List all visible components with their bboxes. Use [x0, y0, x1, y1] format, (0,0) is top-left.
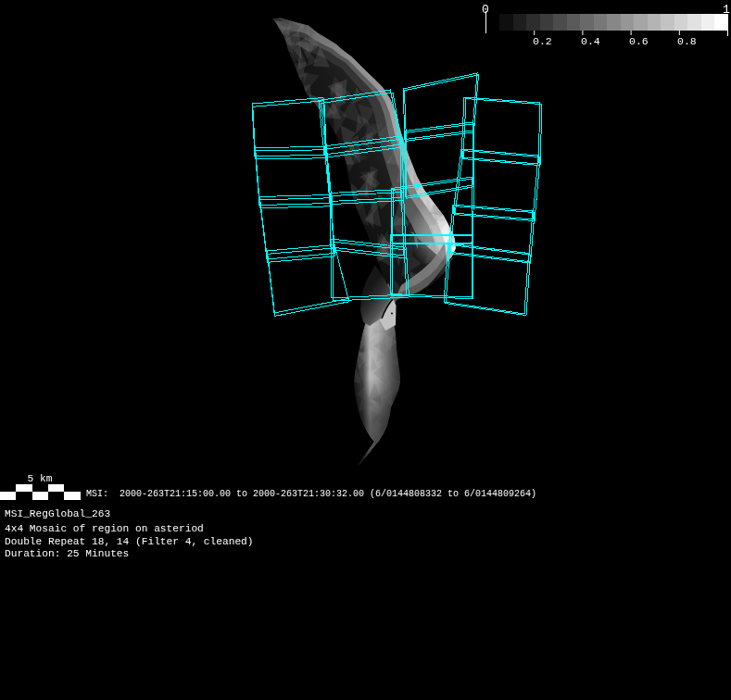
- svg-text:MSI: 2000-263T21:15:00.00 to: MSI: 2000-263T21:15:00.00 to 2000-263T21…: [86, 489, 536, 499]
- svg-text:Duration: 25 Minutes: Duration: 25 Minutes: [5, 548, 129, 559]
- svg-text:0.6: 0.6: [629, 35, 649, 47]
- svg-text:0: 0: [482, 3, 489, 17]
- svg-text:4x4 Mosaic of region on asteri: 4x4 Mosaic of region on asteriod: [5, 523, 204, 534]
- svg-text:MSI_RegGlobal_263: MSI_RegGlobal_263: [5, 508, 110, 519]
- svg-text:5 km: 5 km: [28, 473, 53, 484]
- svg-text:0.8: 0.8: [677, 35, 697, 47]
- svg-text:0.4: 0.4: [581, 35, 600, 47]
- svg-text:0.2: 0.2: [533, 35, 552, 47]
- svg-text:1: 1: [723, 3, 730, 17]
- svg-text:Double Repeat 18, 14 (Filter 4: Double Repeat 18, 14 (Filter 4, cleaned): [5, 536, 254, 547]
